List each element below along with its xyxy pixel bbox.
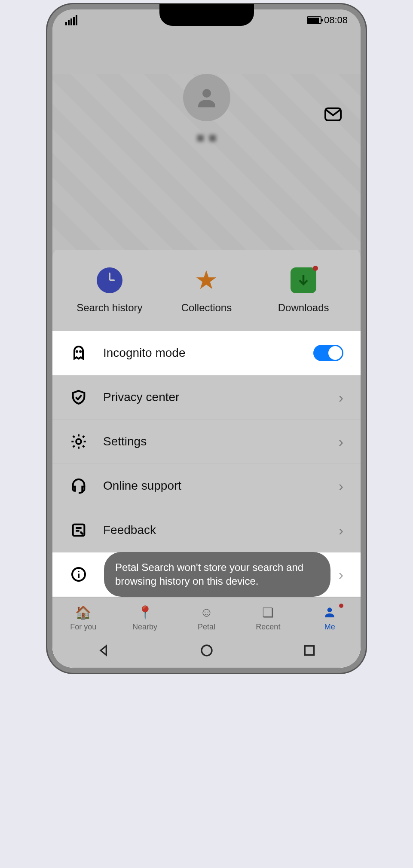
- nav-home-button[interactable]: [199, 643, 214, 658]
- star-icon: ★: [193, 267, 219, 293]
- profile-header: ■ ■: [52, 74, 361, 250]
- downloads-button[interactable]: Downloads: [255, 267, 351, 314]
- tab-me[interactable]: Me: [299, 604, 361, 632]
- incognito-row[interactable]: Incognito mode: [52, 331, 361, 375]
- chevron-right-icon: ›: [339, 566, 343, 583]
- feedback-icon: [70, 521, 88, 539]
- settings-row[interactable]: Settings ›: [52, 420, 361, 464]
- search-history-label: Search history: [61, 302, 157, 314]
- messages-button[interactable]: [323, 104, 343, 125]
- person-icon: [299, 604, 361, 621]
- signal-icon: [65, 15, 77, 25]
- search-history-button[interactable]: Search history: [61, 267, 157, 314]
- settings-label: Settings: [103, 435, 339, 448]
- system-nav-bar: [52, 635, 361, 668]
- tab-for-you-label: For you: [52, 623, 114, 632]
- tab-me-label: Me: [299, 623, 361, 632]
- person-icon: [194, 85, 220, 110]
- tab-nearby-label: Nearby: [114, 623, 175, 632]
- collections-button[interactable]: ★ Collections: [159, 267, 254, 314]
- pin-icon: 📍: [114, 604, 175, 621]
- svg-point-8: [327, 607, 332, 612]
- status-time: 08:08: [324, 15, 348, 26]
- tab-recent-label: Recent: [237, 623, 299, 632]
- username: ■ ■: [52, 130, 361, 146]
- nav-recents-button[interactable]: [302, 643, 317, 658]
- chevron-right-icon: ›: [339, 478, 343, 494]
- gear-icon: [70, 432, 88, 451]
- incognito-toggle[interactable]: [313, 345, 343, 361]
- quick-actions: Search history ★ Collections D: [52, 259, 361, 331]
- svg-point-7: [78, 571, 79, 572]
- tab-recent[interactable]: ❏ Recent: [237, 604, 299, 632]
- privacy-center-row[interactable]: Privacy center ›: [52, 375, 361, 420]
- downloads-label: Downloads: [255, 302, 351, 314]
- headset-icon: [70, 477, 88, 495]
- tab-petal[interactable]: ☺ Petal: [176, 604, 237, 632]
- notification-dot: [339, 604, 343, 608]
- online-support-row[interactable]: Online support ›: [52, 464, 361, 508]
- bottom-tabs: 🏠 For you 📍 Nearby ☺ Petal ❏ Recent Me: [52, 597, 361, 635]
- notch: [159, 4, 254, 26]
- ghost-icon: [70, 344, 88, 362]
- svg-point-3: [80, 351, 81, 352]
- petal-icon: ☺: [176, 604, 237, 621]
- battery-icon: [307, 16, 321, 24]
- svg-point-2: [76, 351, 77, 352]
- svg-point-4: [76, 439, 81, 444]
- shield-icon: [70, 388, 88, 406]
- notification-dot: [313, 266, 318, 271]
- square-icon: [303, 644, 316, 657]
- nav-back-button[interactable]: [96, 643, 112, 658]
- avatar[interactable]: [183, 74, 230, 121]
- mail-icon: [323, 104, 343, 125]
- clock-icon: [97, 267, 122, 293]
- online-support-label: Online support: [103, 479, 339, 493]
- circle-icon: [200, 644, 214, 657]
- back-triangle-icon: [97, 644, 111, 657]
- collections-label: Collections: [159, 302, 254, 314]
- incognito-toast: Petal Search won't store your search and…: [104, 552, 330, 597]
- settings-list: Incognito mode Privacy center ›: [52, 331, 361, 597]
- info-icon: [70, 565, 88, 583]
- incognito-label: Incognito mode: [103, 346, 313, 360]
- home-icon: 🏠: [52, 604, 114, 621]
- phone-frame: 08:08 ■ ■ Search history: [47, 4, 366, 673]
- download-icon: [291, 267, 316, 293]
- about-row[interactable]: › Petal Search won't store your search a…: [52, 552, 361, 597]
- card: Search history ★ Collections D: [52, 246, 361, 597]
- svg-point-1: [202, 89, 211, 98]
- feedback-label: Feedback: [103, 523, 339, 537]
- recent-icon: ❏: [237, 604, 299, 621]
- chevron-right-icon: ›: [339, 389, 343, 406]
- feedback-row[interactable]: Feedback ›: [52, 508, 361, 552]
- chevron-right-icon: ›: [339, 522, 343, 539]
- svg-point-9: [202, 645, 212, 656]
- privacy-center-label: Privacy center: [103, 390, 339, 404]
- svg-rect-10: [305, 646, 314, 655]
- tab-petal-label: Petal: [176, 623, 237, 632]
- tab-nearby[interactable]: 📍 Nearby: [114, 604, 175, 632]
- screen: 08:08 ■ ■ Search history: [52, 9, 361, 668]
- tab-for-you[interactable]: 🏠 For you: [52, 604, 114, 632]
- chevron-right-icon: ›: [339, 433, 343, 450]
